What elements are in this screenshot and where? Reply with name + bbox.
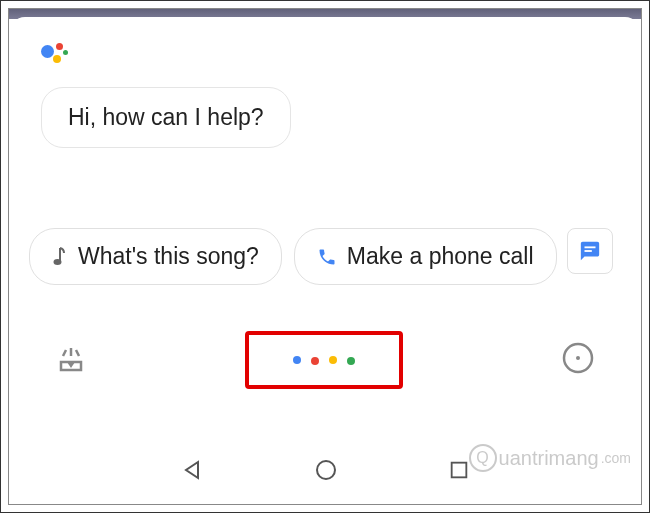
svg-point-9 (317, 461, 335, 479)
assistant-panel: Hi, how can I help? What's this song? (9, 17, 641, 504)
svg-line-5 (76, 350, 79, 356)
suggestions-row: What's this song? Make a phone call (29, 228, 621, 285)
explore-compass-icon[interactable] (561, 341, 595, 379)
greeting-text: Hi, how can I help? (68, 104, 264, 130)
listening-dot-yellow (329, 356, 337, 364)
svg-rect-10 (452, 463, 467, 478)
listening-indicator-highlighted[interactable] (245, 331, 403, 389)
assistant-greeting-bubble: Hi, how can I help? (41, 87, 291, 148)
nav-back-icon[interactable] (180, 458, 204, 486)
phone-icon (317, 247, 337, 267)
android-navigation-bar (9, 440, 641, 504)
svg-rect-2 (584, 250, 591, 252)
suggestion-label: What's this song? (78, 243, 259, 270)
listening-dot-blue (293, 356, 301, 364)
suggestion-label: Make a phone call (347, 243, 534, 270)
suggestion-chip-chat[interactable] (567, 228, 613, 274)
svg-point-8 (576, 356, 580, 360)
listening-dot-green (347, 357, 355, 365)
nav-recents-icon[interactable] (448, 459, 470, 485)
lens-icon[interactable] (55, 342, 87, 378)
suggestion-chip-phone-call[interactable]: Make a phone call (294, 228, 557, 285)
bottom-action-row (29, 313, 621, 407)
svg-point-0 (54, 259, 62, 265)
chat-icon (579, 240, 601, 262)
svg-line-4 (63, 350, 66, 356)
svg-rect-1 (584, 246, 595, 248)
suggestion-chip-song[interactable]: What's this song? (29, 228, 282, 285)
nav-home-icon[interactable] (314, 458, 338, 486)
music-note-icon (52, 246, 68, 268)
listening-dot-red (311, 357, 319, 365)
google-assistant-logo-icon (41, 41, 69, 69)
